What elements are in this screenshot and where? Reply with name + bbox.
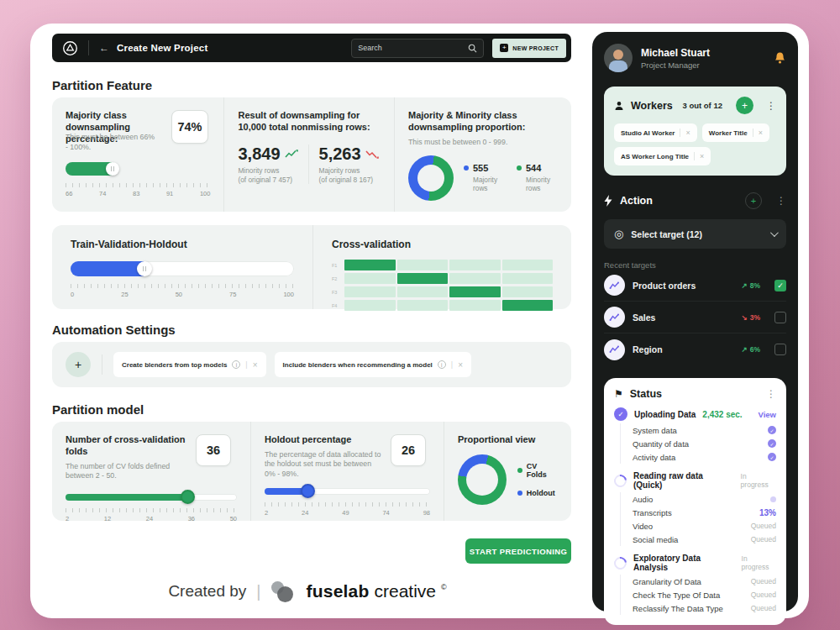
new-project-button[interactable]: + NEW PROJECT xyxy=(492,39,566,58)
slider-handle[interactable] xyxy=(106,162,119,176)
cv-cell xyxy=(449,300,501,311)
user-avatar[interactable] xyxy=(604,44,633,72)
status-menu-icon[interactable]: ⋮ xyxy=(766,388,776,400)
holdout-tick-labels: 224497498 xyxy=(265,509,430,517)
remove-worker-icon[interactable]: × xyxy=(753,129,763,137)
workers-menu-icon[interactable]: ⋮ xyxy=(766,100,776,112)
in-progress-label: In progress xyxy=(742,554,776,571)
validation-panel: Train-Validation-Holdout 0255075100 Cros… xyxy=(52,225,571,309)
workers-card: Workers 3 out of 12 + ⋮ Studio AI Worker… xyxy=(604,87,786,176)
right-sidebar: Michael Stuart Project Manager Workers 3… xyxy=(592,32,798,612)
target-checkbox[interactable] xyxy=(774,312,786,323)
grip-icon xyxy=(143,266,146,271)
target-checkbox[interactable]: ✓ xyxy=(774,280,786,291)
cv-folds-dot-icon xyxy=(517,468,522,473)
status-group-reading: Reading raw data (Quick) In progress xyxy=(614,471,776,490)
tvh-ruler xyxy=(71,284,294,288)
user-role: Project Manager xyxy=(641,60,710,70)
add-setting-button[interactable]: + xyxy=(66,352,91,377)
remove-chip-icon[interactable]: × xyxy=(458,360,463,370)
remove-worker-icon[interactable]: × xyxy=(694,152,704,160)
minority-rows-stat: 3,849 xyxy=(238,144,297,164)
worker-chip[interactable]: Studio AI Worker× xyxy=(614,123,697,142)
tvh-slider[interactable] xyxy=(71,261,294,276)
in-progress-label: In progress xyxy=(741,472,776,489)
target-row-region[interactable]: Region ↗6% xyxy=(604,333,786,365)
trend-up-icon: ↗ xyxy=(742,345,748,354)
divider xyxy=(102,354,102,375)
status-item: Granularity Of DataQueued xyxy=(633,575,776,588)
queued-label: Queued xyxy=(751,604,776,612)
holdout-value-input[interactable]: 26 xyxy=(391,434,426,466)
target-checkbox[interactable] xyxy=(774,344,786,355)
queued-label: Queued xyxy=(751,577,776,585)
add-worker-button[interactable]: + xyxy=(736,97,753,114)
cv-cell xyxy=(397,260,449,270)
automation-chip[interactable]: Create blenders from top models i | × xyxy=(113,352,266,377)
info-icon[interactable]: i xyxy=(438,360,446,369)
slider-ruler xyxy=(66,183,210,187)
partition-model-heading: Partition model xyxy=(52,402,144,417)
add-action-button[interactable]: + xyxy=(745,192,762,209)
remove-chip-icon[interactable]: × xyxy=(253,360,258,370)
navbar-divider xyxy=(88,40,89,55)
holdout-title: Holdout percentage xyxy=(265,434,382,446)
status-item: VideoQueued xyxy=(633,519,776,533)
info-icon[interactable]: i xyxy=(232,360,240,369)
chart-squiggle-icon xyxy=(604,275,625,296)
notification-bell-icon[interactable] xyxy=(774,51,786,65)
proportion-card: Majority & Minority class downsampling p… xyxy=(394,97,571,212)
app-window: ← Create New Project + NEW PROJECT Parti… xyxy=(30,24,809,618)
select-target-dropdown[interactable]: ◎ Select target (12) xyxy=(604,219,786,249)
proportional-title: Proportional view xyxy=(458,434,558,446)
lightning-icon xyxy=(604,195,612,207)
worker-chip[interactable]: AS Worker Long Title× xyxy=(614,147,711,165)
cv-cell xyxy=(502,273,554,284)
proportion-legend-majority: 555 Majority rows xyxy=(464,163,505,192)
cv-cell xyxy=(502,300,554,311)
view-link[interactable]: View xyxy=(759,410,776,419)
chart-squiggle-icon xyxy=(604,307,625,328)
holdout-slider-handle[interactable] xyxy=(301,484,315,498)
spinner-icon xyxy=(612,471,629,489)
downsampling-value-input[interactable]: 74% xyxy=(171,110,208,144)
tvh-slider-fill xyxy=(71,261,144,276)
cv-cell xyxy=(449,286,501,297)
automation-heading: Automation Settings xyxy=(52,323,176,337)
tvh-slider-handle[interactable] xyxy=(137,261,152,276)
majority-rows-stat: 5,263 xyxy=(319,144,379,164)
action-menu-icon[interactable]: ⋮ xyxy=(776,195,786,207)
upload-time: 2,432 sec. xyxy=(702,410,742,419)
start-predictioning-button[interactable]: START PREDICTIONING xyxy=(465,538,571,564)
holdout-slider[interactable] xyxy=(265,488,430,495)
target-row-sales[interactable]: Sales ↘3% xyxy=(604,302,786,333)
folds-slider[interactable] xyxy=(66,494,237,501)
trend-badge: ↗8% xyxy=(742,281,760,290)
queued-label: Queued xyxy=(751,591,776,599)
page-title: Create New Project xyxy=(117,43,207,53)
folds-value-input[interactable]: 36 xyxy=(196,434,231,466)
target-row-product-orders[interactable]: Product orders ↗8% ✓ xyxy=(604,270,786,302)
downsampling-slider[interactable] xyxy=(66,162,210,176)
back-button[interactable]: ← xyxy=(99,42,109,54)
status-card: ⚑ Status ⋮ ✓ Uploading Data 2,432 sec. V… xyxy=(604,378,786,625)
train-validation-holdout-card: Train-Validation-Holdout 0255075100 xyxy=(52,225,312,309)
automation-panel: + Create blenders from top models i | × … xyxy=(52,342,571,387)
worker-chip[interactable]: Worker Title× xyxy=(702,123,769,142)
folds-slider-handle[interactable] xyxy=(181,490,195,504)
status-item: Transcripts13% xyxy=(633,506,776,519)
status-title: Status xyxy=(630,388,662,400)
automation-chip[interactable]: Include blenders when recommending a mod… xyxy=(275,352,471,377)
proportion-donut-chart xyxy=(408,155,454,201)
cv-cell xyxy=(397,286,449,297)
search-input[interactable] xyxy=(358,44,468,52)
remove-worker-icon[interactable]: × xyxy=(680,129,690,137)
status-group-uploading: ✓ Uploading Data 2,432 sec. View xyxy=(614,407,776,421)
status-item: Quantity of data✓ xyxy=(633,437,776,450)
brand-name-regular: creative xyxy=(374,581,436,601)
holdout-card: Holdout percentage The percentage of dat… xyxy=(250,422,444,521)
cross-title: Cross-validation xyxy=(332,239,553,251)
search-box[interactable] xyxy=(351,39,484,58)
queued-label: Queued xyxy=(751,522,776,530)
plus-icon: + xyxy=(500,44,508,52)
